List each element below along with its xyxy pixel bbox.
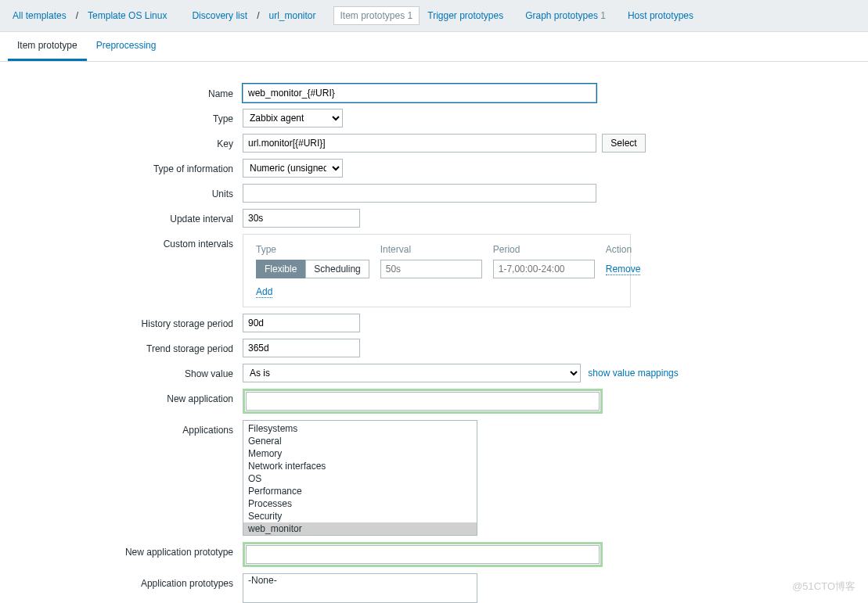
add-link[interactable]: Add bbox=[256, 286, 272, 298]
show-value-mappings-link[interactable]: show value mappings bbox=[588, 368, 678, 379]
select-button[interactable]: Select bbox=[602, 134, 645, 153]
key-input[interactable] bbox=[243, 134, 596, 153]
interval-header-type: Type bbox=[251, 242, 374, 257]
breadcrumb-item-prototypes-count: 1 bbox=[408, 10, 413, 21]
remove-link[interactable]: Remove bbox=[606, 264, 641, 275]
breadcrumb-discovery-list[interactable]: Discovery list bbox=[187, 7, 252, 24]
list-item[interactable]: Memory bbox=[243, 447, 477, 460]
label-trend-storage-period: Trend storage period bbox=[8, 339, 243, 357]
breadcrumb-graph-prototypes-label: Graph prototypes bbox=[525, 10, 598, 21]
label-show-value: Show value bbox=[8, 364, 243, 382]
type-of-information-select[interactable]: Numeric (unsigned) bbox=[243, 159, 343, 178]
application-prototypes-select[interactable]: -None- bbox=[243, 573, 477, 603]
breadcrumb-url-monitor[interactable]: url_monitor bbox=[264, 7, 320, 24]
list-item[interactable]: Security bbox=[243, 510, 477, 522]
label-key: Key bbox=[8, 134, 243, 153]
list-item[interactable]: OS bbox=[243, 472, 477, 485]
interval-type-toggle: Flexible Scheduling bbox=[256, 260, 369, 278]
list-item[interactable]: -None- bbox=[243, 574, 477, 587]
update-interval-input[interactable] bbox=[243, 209, 360, 228]
list-item[interactable]: General bbox=[243, 435, 477, 447]
label-type: Type bbox=[8, 109, 243, 127]
interval-header-action: Action bbox=[601, 242, 646, 257]
type-select[interactable]: Zabbix agent bbox=[243, 109, 343, 127]
label-new-application: New application bbox=[8, 389, 243, 414]
breadcrumb-separator: / bbox=[255, 10, 261, 21]
breadcrumb-template-os[interactable]: Template OS Linux bbox=[83, 7, 171, 24]
breadcrumb-separator: / bbox=[74, 10, 80, 21]
tabs: Item prototype Preprocessing bbox=[0, 32, 868, 62]
history-storage-period-input[interactable] bbox=[243, 314, 360, 332]
watermark: @51CTO博客 bbox=[792, 580, 855, 594]
list-item[interactable]: Processes bbox=[243, 497, 477, 510]
interval-header-period: Period bbox=[488, 242, 600, 257]
breadcrumb-all-templates[interactable]: All templates bbox=[8, 7, 71, 24]
breadcrumb-host-prototypes[interactable]: Host prototypes bbox=[623, 7, 698, 24]
custom-intervals-table: Type Interval Period Action Flexible Sch… bbox=[243, 234, 631, 307]
label-units: Units bbox=[8, 184, 243, 203]
trend-storage-period-input[interactable] bbox=[243, 339, 360, 357]
interval-input[interactable] bbox=[380, 260, 482, 278]
show-value-select[interactable]: As is bbox=[243, 364, 581, 382]
label-type-of-information: Type of information bbox=[8, 159, 243, 178]
form: Name Type Zabbix agent Key Select Type o… bbox=[0, 62, 868, 603]
breadcrumb-graph-prototypes[interactable]: Graph prototypes 1 bbox=[520, 7, 610, 24]
label-applications: Applications bbox=[8, 420, 243, 536]
breadcrumb-item-prototypes-label: Item prototypes bbox=[340, 10, 405, 21]
applications-select[interactable]: CPUFilesystemsGeneralMemoryNetwork inter… bbox=[243, 420, 477, 536]
name-input[interactable] bbox=[243, 84, 596, 102]
new-application-prototype-input[interactable] bbox=[246, 545, 600, 564]
label-update-interval: Update interval bbox=[8, 209, 243, 228]
breadcrumb-trigger-prototypes[interactable]: Trigger prototypes bbox=[423, 7, 508, 24]
list-item[interactable]: Network interfaces bbox=[243, 460, 477, 472]
list-item[interactable]: Filesystems bbox=[243, 422, 477, 435]
period-input[interactable] bbox=[493, 260, 595, 278]
label-custom-intervals: Custom intervals bbox=[8, 234, 243, 307]
breadcrumb-item-prototypes[interactable]: Item prototypes 1 bbox=[333, 6, 420, 25]
new-application-highlight bbox=[243, 389, 603, 414]
list-item[interactable]: web_monitor bbox=[243, 522, 477, 535]
units-input[interactable] bbox=[243, 184, 596, 203]
label-name: Name bbox=[8, 84, 243, 102]
label-new-application-prototype: New application prototype bbox=[8, 542, 243, 567]
flexible-button[interactable]: Flexible bbox=[256, 260, 305, 278]
label-history-storage-period: History storage period bbox=[8, 314, 243, 332]
tab-preprocessing[interactable]: Preprocessing bbox=[87, 32, 166, 61]
label-application-prototypes: Application prototypes bbox=[8, 573, 243, 603]
scheduling-button[interactable]: Scheduling bbox=[305, 260, 369, 278]
breadcrumb-graph-prototypes-count: 1 bbox=[600, 10, 606, 21]
breadcrumb-nav: All templates / Template OS Linux Discov… bbox=[0, 0, 868, 32]
new-application-prototype-highlight bbox=[243, 542, 603, 567]
new-application-input[interactable] bbox=[246, 392, 600, 411]
list-item[interactable]: Performance bbox=[243, 485, 477, 497]
interval-header-interval: Interval bbox=[376, 242, 487, 257]
tab-item-prototype[interactable]: Item prototype bbox=[8, 32, 87, 61]
